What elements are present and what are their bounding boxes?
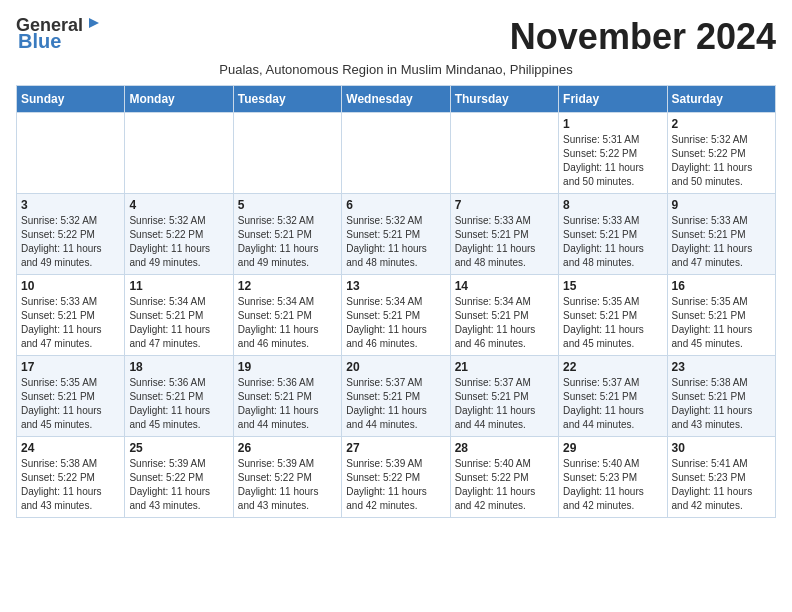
page-header: General Blue November 2024: [16, 16, 776, 58]
day-info: Sunrise: 5:36 AM Sunset: 5:21 PM Dayligh…: [129, 376, 228, 432]
day-info: Sunrise: 5:33 AM Sunset: 5:21 PM Dayligh…: [21, 295, 120, 351]
day-number: 11: [129, 279, 228, 293]
day-info: Sunrise: 5:35 AM Sunset: 5:21 PM Dayligh…: [672, 295, 771, 351]
day-number: 16: [672, 279, 771, 293]
weekday-header-monday: Monday: [125, 86, 233, 113]
day-number: 17: [21, 360, 120, 374]
day-info: Sunrise: 5:33 AM Sunset: 5:21 PM Dayligh…: [563, 214, 662, 270]
calendar-cell: 12Sunrise: 5:34 AM Sunset: 5:21 PM Dayli…: [233, 275, 341, 356]
day-number: 23: [672, 360, 771, 374]
day-number: 3: [21, 198, 120, 212]
calendar-cell: 6Sunrise: 5:32 AM Sunset: 5:21 PM Daylig…: [342, 194, 450, 275]
calendar-cell: [125, 113, 233, 194]
calendar-cell: 14Sunrise: 5:34 AM Sunset: 5:21 PM Dayli…: [450, 275, 558, 356]
day-number: 10: [21, 279, 120, 293]
day-info: Sunrise: 5:33 AM Sunset: 5:21 PM Dayligh…: [672, 214, 771, 270]
day-info: Sunrise: 5:39 AM Sunset: 5:22 PM Dayligh…: [346, 457, 445, 513]
calendar-cell: 3Sunrise: 5:32 AM Sunset: 5:22 PM Daylig…: [17, 194, 125, 275]
calendar-week-1: 1Sunrise: 5:31 AM Sunset: 5:22 PM Daylig…: [17, 113, 776, 194]
day-number: 20: [346, 360, 445, 374]
day-number: 1: [563, 117, 662, 131]
calendar-header-row: SundayMondayTuesdayWednesdayThursdayFrid…: [17, 86, 776, 113]
calendar-cell: 21Sunrise: 5:37 AM Sunset: 5:21 PM Dayli…: [450, 356, 558, 437]
day-number: 19: [238, 360, 337, 374]
calendar-cell: 11Sunrise: 5:34 AM Sunset: 5:21 PM Dayli…: [125, 275, 233, 356]
calendar-cell: 16Sunrise: 5:35 AM Sunset: 5:21 PM Dayli…: [667, 275, 775, 356]
day-info: Sunrise: 5:32 AM Sunset: 5:21 PM Dayligh…: [238, 214, 337, 270]
day-info: Sunrise: 5:39 AM Sunset: 5:22 PM Dayligh…: [129, 457, 228, 513]
day-number: 26: [238, 441, 337, 455]
calendar-cell: [342, 113, 450, 194]
day-info: Sunrise: 5:36 AM Sunset: 5:21 PM Dayligh…: [238, 376, 337, 432]
day-info: Sunrise: 5:38 AM Sunset: 5:21 PM Dayligh…: [672, 376, 771, 432]
day-info: Sunrise: 5:32 AM Sunset: 5:22 PM Dayligh…: [129, 214, 228, 270]
calendar-cell: 7Sunrise: 5:33 AM Sunset: 5:21 PM Daylig…: [450, 194, 558, 275]
day-info: Sunrise: 5:34 AM Sunset: 5:21 PM Dayligh…: [129, 295, 228, 351]
calendar-cell: 24Sunrise: 5:38 AM Sunset: 5:22 PM Dayli…: [17, 437, 125, 518]
day-number: 5: [238, 198, 337, 212]
day-number: 7: [455, 198, 554, 212]
day-info: Sunrise: 5:31 AM Sunset: 5:22 PM Dayligh…: [563, 133, 662, 189]
day-info: Sunrise: 5:33 AM Sunset: 5:21 PM Dayligh…: [455, 214, 554, 270]
day-number: 29: [563, 441, 662, 455]
day-number: 9: [672, 198, 771, 212]
calendar-cell: 27Sunrise: 5:39 AM Sunset: 5:22 PM Dayli…: [342, 437, 450, 518]
calendar-week-3: 10Sunrise: 5:33 AM Sunset: 5:21 PM Dayli…: [17, 275, 776, 356]
calendar-cell: 18Sunrise: 5:36 AM Sunset: 5:21 PM Dayli…: [125, 356, 233, 437]
calendar-cell: 2Sunrise: 5:32 AM Sunset: 5:22 PM Daylig…: [667, 113, 775, 194]
day-info: Sunrise: 5:38 AM Sunset: 5:22 PM Dayligh…: [21, 457, 120, 513]
calendar-cell: 1Sunrise: 5:31 AM Sunset: 5:22 PM Daylig…: [559, 113, 667, 194]
weekday-header-sunday: Sunday: [17, 86, 125, 113]
calendar-cell: 5Sunrise: 5:32 AM Sunset: 5:21 PM Daylig…: [233, 194, 341, 275]
day-info: Sunrise: 5:37 AM Sunset: 5:21 PM Dayligh…: [455, 376, 554, 432]
calendar-cell: [17, 113, 125, 194]
day-number: 27: [346, 441, 445, 455]
calendar-cell: 9Sunrise: 5:33 AM Sunset: 5:21 PM Daylig…: [667, 194, 775, 275]
day-info: Sunrise: 5:40 AM Sunset: 5:23 PM Dayligh…: [563, 457, 662, 513]
logo: General Blue: [16, 16, 103, 52]
day-number: 12: [238, 279, 337, 293]
logo-icon: [85, 14, 103, 32]
day-info: Sunrise: 5:37 AM Sunset: 5:21 PM Dayligh…: [563, 376, 662, 432]
day-info: Sunrise: 5:39 AM Sunset: 5:22 PM Dayligh…: [238, 457, 337, 513]
svg-marker-0: [89, 18, 99, 28]
weekday-header-thursday: Thursday: [450, 86, 558, 113]
calendar-cell: [233, 113, 341, 194]
day-info: Sunrise: 5:35 AM Sunset: 5:21 PM Dayligh…: [563, 295, 662, 351]
day-number: 18: [129, 360, 228, 374]
calendar-subtitle: Pualas, Autonomous Region in Muslim Mind…: [16, 62, 776, 77]
day-info: Sunrise: 5:32 AM Sunset: 5:22 PM Dayligh…: [672, 133, 771, 189]
day-number: 25: [129, 441, 228, 455]
calendar-table: SundayMondayTuesdayWednesdayThursdayFrid…: [16, 85, 776, 518]
day-number: 6: [346, 198, 445, 212]
calendar-cell: 28Sunrise: 5:40 AM Sunset: 5:22 PM Dayli…: [450, 437, 558, 518]
calendar-cell: [450, 113, 558, 194]
day-number: 24: [21, 441, 120, 455]
day-number: 13: [346, 279, 445, 293]
day-number: 15: [563, 279, 662, 293]
weekday-header-friday: Friday: [559, 86, 667, 113]
calendar-cell: 13Sunrise: 5:34 AM Sunset: 5:21 PM Dayli…: [342, 275, 450, 356]
calendar-cell: 26Sunrise: 5:39 AM Sunset: 5:22 PM Dayli…: [233, 437, 341, 518]
calendar-week-2: 3Sunrise: 5:32 AM Sunset: 5:22 PM Daylig…: [17, 194, 776, 275]
weekday-header-wednesday: Wednesday: [342, 86, 450, 113]
logo-blue-text: Blue: [18, 30, 61, 52]
calendar-cell: 19Sunrise: 5:36 AM Sunset: 5:21 PM Dayli…: [233, 356, 341, 437]
calendar-cell: 15Sunrise: 5:35 AM Sunset: 5:21 PM Dayli…: [559, 275, 667, 356]
calendar-cell: 20Sunrise: 5:37 AM Sunset: 5:21 PM Dayli…: [342, 356, 450, 437]
day-number: 30: [672, 441, 771, 455]
calendar-cell: 29Sunrise: 5:40 AM Sunset: 5:23 PM Dayli…: [559, 437, 667, 518]
calendar-cell: 4Sunrise: 5:32 AM Sunset: 5:22 PM Daylig…: [125, 194, 233, 275]
weekday-header-saturday: Saturday: [667, 86, 775, 113]
calendar-cell: 30Sunrise: 5:41 AM Sunset: 5:23 PM Dayli…: [667, 437, 775, 518]
day-number: 21: [455, 360, 554, 374]
month-title: November 2024: [510, 16, 776, 58]
day-number: 4: [129, 198, 228, 212]
day-info: Sunrise: 5:40 AM Sunset: 5:22 PM Dayligh…: [455, 457, 554, 513]
calendar-week-4: 17Sunrise: 5:35 AM Sunset: 5:21 PM Dayli…: [17, 356, 776, 437]
calendar-cell: 10Sunrise: 5:33 AM Sunset: 5:21 PM Dayli…: [17, 275, 125, 356]
day-info: Sunrise: 5:37 AM Sunset: 5:21 PM Dayligh…: [346, 376, 445, 432]
calendar-cell: 22Sunrise: 5:37 AM Sunset: 5:21 PM Dayli…: [559, 356, 667, 437]
day-info: Sunrise: 5:32 AM Sunset: 5:21 PM Dayligh…: [346, 214, 445, 270]
day-info: Sunrise: 5:34 AM Sunset: 5:21 PM Dayligh…: [346, 295, 445, 351]
